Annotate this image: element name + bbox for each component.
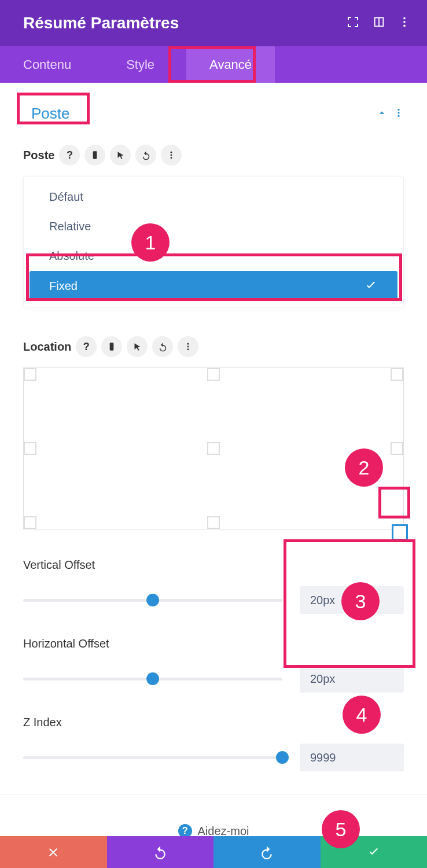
zindex-row: Z Index	[23, 716, 404, 771]
location-top-right[interactable]	[391, 368, 403, 381]
divider	[0, 795, 427, 795]
tab-contenu[interactable]: Contenu	[0, 46, 94, 83]
location-middle-center[interactable]	[207, 442, 220, 455]
location-bottom-center[interactable]	[207, 516, 220, 529]
zindex-slider[interactable]	[23, 756, 282, 759]
svg-point-11	[187, 343, 189, 345]
location-middle-right[interactable]	[391, 442, 403, 455]
phone-icon[interactable]	[84, 145, 105, 165]
undo-icon	[153, 845, 168, 860]
settings-panel-header: Résumé Paramètres	[0, 0, 427, 46]
location-bottom-right[interactable]	[392, 524, 408, 540]
cancel-button[interactable]	[0, 836, 107, 868]
svg-point-4	[397, 112, 399, 113]
chevron-up-icon[interactable]	[376, 107, 388, 121]
cursor-icon[interactable]	[110, 145, 131, 165]
field-header-location: Location ?	[23, 336, 404, 357]
svg-point-5	[397, 115, 399, 116]
svg-point-1	[403, 21, 406, 23]
check-icon	[364, 279, 378, 293]
expand-icon[interactable]	[346, 15, 360, 31]
action-footer	[0, 836, 427, 868]
svg-point-8	[171, 155, 172, 156]
more-vertical-icon[interactable]	[393, 108, 404, 120]
option-fixed-label: Fixed	[49, 279, 78, 293]
panel-title: Résumé Paramètres	[23, 14, 179, 32]
svg-point-12	[187, 346, 189, 348]
undo-button[interactable]	[107, 836, 214, 868]
svg-point-0	[403, 17, 406, 20]
horizontal-offset-label: Horizontal Offset	[23, 637, 404, 650]
help-icon[interactable]: ?	[59, 145, 80, 165]
location-grid	[23, 367, 404, 529]
option-fixed[interactable]: Fixed	[30, 271, 397, 301]
location-bottom-left[interactable]	[24, 516, 36, 529]
svg-point-3	[397, 109, 399, 111]
cursor-icon[interactable]	[127, 336, 148, 357]
vertical-offset-slider[interactable]	[23, 599, 282, 602]
location-top-center[interactable]	[207, 368, 220, 381]
redo-icon	[259, 845, 274, 860]
reset-icon[interactable]	[152, 336, 173, 357]
horizontal-offset-row: Horizontal Offset	[23, 637, 404, 693]
option-absolute[interactable]: Absolute	[24, 241, 403, 271]
header-actions	[346, 15, 411, 31]
phone-icon[interactable]	[101, 336, 122, 357]
option-relative[interactable]: Relative	[24, 212, 403, 241]
field-label-poste: Poste	[23, 149, 54, 162]
field-label-location: Location	[23, 340, 71, 354]
svg-point-9	[171, 157, 172, 159]
help-icon[interactable]: ?	[76, 336, 97, 357]
check-icon	[367, 845, 381, 859]
more-vertical-icon[interactable]	[398, 16, 411, 31]
field-header-poste: Poste ?	[23, 145, 404, 165]
svg-point-7	[171, 152, 172, 153]
tab-style[interactable]: Style	[94, 46, 186, 83]
poste-dropdown: Défaut Relative Absolute Fixed	[23, 176, 404, 307]
slider-thumb[interactable]	[146, 594, 159, 606]
redo-button[interactable]	[214, 836, 321, 868]
svg-point-13	[187, 348, 189, 350]
horizontal-offset-input[interactable]	[300, 665, 404, 693]
svg-rect-10	[110, 343, 114, 350]
zindex-label: Z Index	[23, 716, 404, 729]
vertical-offset-input[interactable]	[300, 586, 404, 614]
section-title[interactable]: Poste	[23, 100, 78, 127]
location-top-left[interactable]	[24, 368, 36, 381]
option-defaut[interactable]: Défaut	[24, 182, 403, 212]
tab-avance[interactable]: Avancé	[186, 46, 275, 83]
vertical-offset-label: Vertical Offset	[23, 558, 404, 572]
section-header: Poste	[23, 100, 404, 127]
vertical-offset-row: Vertical Offset	[23, 558, 404, 614]
close-icon	[46, 845, 60, 859]
svg-rect-6	[93, 151, 97, 159]
slider-thumb[interactable]	[276, 751, 289, 764]
more-vertical-icon[interactable]	[161, 145, 182, 165]
settings-content: Poste Poste ? Défaut Relative Absolute F…	[0, 83, 427, 838]
layout-icon[interactable]	[373, 16, 385, 31]
slider-thumb[interactable]	[146, 672, 159, 685]
location-middle-left[interactable]	[24, 442, 36, 455]
tab-bar: Contenu Style Avancé	[0, 46, 427, 83]
save-button[interactable]	[321, 836, 428, 868]
svg-point-2	[403, 25, 406, 27]
more-vertical-icon[interactable]	[178, 336, 198, 357]
zindex-input[interactable]	[300, 744, 404, 771]
horizontal-offset-slider[interactable]	[23, 678, 282, 681]
reset-icon[interactable]	[135, 145, 156, 165]
